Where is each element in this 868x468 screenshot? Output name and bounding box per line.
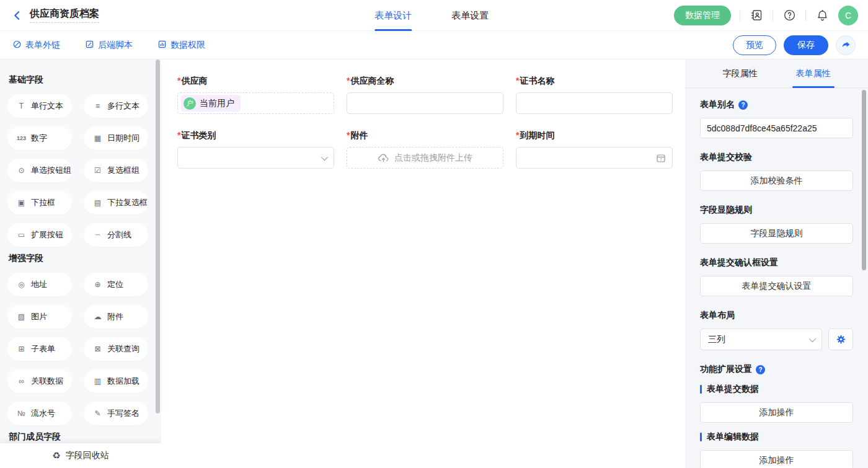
field-item-radio-group[interactable]: ⊙单选按钮组 (7, 159, 72, 182)
form-alias-section: 表单别名 ? (700, 99, 853, 138)
field-item-data-load[interactable]: ▥数据加载 (84, 369, 148, 393)
field-control-date[interactable]: 7 (516, 147, 673, 169)
field-item-subform[interactable]: ⊞子表单 (7, 337, 72, 361)
field-item-divider[interactable]: ┄分割线 (84, 223, 148, 247)
field-item-label: 手写签名 (107, 408, 140, 419)
field-control-input[interactable] (347, 92, 503, 114)
datetime-icon: ▦ (92, 134, 103, 143)
field-group-grid: T单行文本≡多行文本123数字▦日期时间⊙单选按钮组☑复选框组▣下拉框▤下拉复选… (7, 94, 150, 247)
field-item-text-single[interactable]: T单行文本 (7, 94, 72, 118)
data-manage-button[interactable]: 数据管理 (674, 6, 731, 25)
field-item-signature[interactable]: ✎手写签名 (84, 402, 148, 425)
field-item-relation[interactable]: ∞关联数据 (7, 369, 72, 393)
field-item-serial[interactable]: №流水号 (7, 402, 72, 425)
radio-group-icon: ⊙ (16, 166, 27, 175)
sidebar-scrollbar[interactable] (156, 60, 160, 413)
visibility-rules-button[interactable]: 字段显隐规则 (700, 223, 853, 244)
lookup-icon: ⊠ (92, 345, 103, 353)
save-button[interactable]: 保存 (784, 35, 828, 55)
script-icon (85, 40, 94, 51)
tag-label: 当前用户 (200, 98, 234, 109)
field-item-label: 日期时间 (107, 133, 140, 144)
serial-icon: № (16, 409, 27, 418)
tab-form-properties[interactable]: 表单属性 (796, 60, 831, 87)
properties-panel: 字段属性 表单属性 表单别名 ? 表单提交校验 添加校验条件 字段显隐规则 (685, 60, 868, 468)
gear-icon (836, 334, 846, 345)
toolbar-link-link[interactable]: 表单外链 (12, 40, 60, 51)
field-item-attachment[interactable]: ☁附件 (84, 305, 148, 329)
subform-icon: ⊞ (16, 345, 27, 353)
form-layout-section: 表单布局 三列 (700, 310, 853, 350)
upload-placeholder: 点击或拖拽附件上传 (394, 152, 472, 164)
field-visibility-section: 字段显隐规则 字段显隐规则 (700, 205, 853, 244)
group-title: 增强字段 (9, 253, 150, 264)
required-asterisk: * (516, 130, 519, 140)
field-control-tag[interactable]: 户当前用户 (177, 92, 334, 114)
field-item-label: 下拉复选框 (107, 197, 148, 208)
field-control-upload[interactable]: 点击或拖拽附件上传 (347, 147, 503, 169)
notification-bell-icon[interactable] (815, 8, 830, 23)
contacts-icon[interactable] (749, 8, 764, 23)
canvas-field[interactable]: *供应商户当前用户 (177, 76, 334, 114)
edit-data-add-button[interactable]: 添加操作 (700, 450, 853, 468)
toolbar-link-permission[interactable]: 数据权限 (157, 40, 205, 51)
canvas-field[interactable]: *供应商全称 (347, 76, 503, 114)
share-button[interactable] (836, 35, 856, 55)
field-recycle-bin[interactable]: ♻ 字段回收站 (0, 443, 161, 468)
form-alias-input[interactable] (700, 118, 853, 138)
field-item-label: 图片 (31, 311, 47, 322)
form-canvas[interactable]: *供应商户当前用户*供应商全称*证书名称*证书类别*附件点击或拖拽附件上传*到期… (161, 60, 685, 468)
section-label: 字段显隐规则 (700, 205, 752, 216)
section-label: 表单提交校验 (700, 152, 752, 163)
cloud-upload-icon (378, 153, 389, 162)
canvas-field[interactable]: *到期时间7 (516, 130, 673, 169)
text-single-icon: T (16, 102, 27, 110)
submit-confirm-button[interactable]: 表单提交确认设置 (700, 276, 853, 296)
back-button[interactable] (10, 8, 25, 23)
field-item-checkbox-group[interactable]: ☑复选框组 (84, 159, 148, 182)
help-icon[interactable] (782, 8, 797, 23)
field-item-datetime[interactable]: ▦日期时间 (84, 126, 148, 150)
tab-form-settings[interactable]: 表单设置 (451, 0, 489, 31)
field-item-lookup[interactable]: ⊠关联查询 (84, 337, 148, 361)
field-label: *证书类别 (177, 130, 334, 141)
help-badge-icon[interactable]: ? (738, 100, 748, 110)
multi-select-icon: ▤ (92, 198, 103, 207)
tab-field-properties[interactable]: 字段属性 (723, 60, 758, 87)
help-badge-icon[interactable]: ? (756, 365, 765, 374)
field-item-text-multi[interactable]: ≡多行文本 (84, 94, 148, 118)
toolbar-link-script[interactable]: 后端脚本 (85, 40, 133, 51)
recycle-label: 字段回收站 (66, 450, 109, 461)
user-avatar[interactable]: C (838, 6, 858, 25)
field-control-select[interactable] (177, 147, 334, 169)
extend-button-icon: ▭ (16, 231, 27, 239)
field-item-locate[interactable]: ⊕定位 (84, 273, 148, 296)
field-item-label: 扩展按钮 (31, 229, 63, 241)
preview-button[interactable]: 预览 (733, 35, 776, 55)
tab-form-design[interactable]: 表单设计 (374, 0, 412, 31)
submit-data-add-button[interactable]: 添加操作 (700, 402, 853, 423)
submit-validation-section: 表单提交校验 添加校验条件 (700, 152, 853, 191)
layout-label: 表单布局 (700, 310, 735, 321)
layout-settings-button[interactable] (828, 329, 853, 350)
field-item-multi-select[interactable]: ▤下拉复选框 (84, 191, 148, 214)
field-item-address[interactable]: ◎地址 (7, 273, 72, 296)
layout-select[interactable]: 三列 (700, 329, 822, 350)
required-asterisk: * (347, 130, 350, 140)
field-item-number[interactable]: 123数字 (7, 126, 72, 150)
canvas-field[interactable]: *附件点击或拖拽附件上传 (347, 130, 503, 169)
field-item-select[interactable]: ▣下拉框 (7, 191, 72, 214)
field-item-label: 定位 (107, 279, 123, 290)
field-item-image[interactable]: ▧图片 (7, 305, 72, 329)
canvas-field[interactable]: *证书名称 (516, 76, 673, 114)
field-group-grid: ◎地址⊕定位▧图片☁附件⊞子表单⊠关联查询∞关联数据▥数据加载№流水号✎手写签名 (7, 273, 150, 425)
image-icon: ▧ (16, 312, 27, 321)
add-validation-button[interactable]: 添加校验条件 (700, 170, 853, 191)
required-asterisk: * (177, 130, 180, 140)
field-item-extend-button[interactable]: ▭扩展按钮 (7, 223, 72, 247)
page-title[interactable]: 供应商资质档案 (30, 7, 99, 23)
field-control-input[interactable] (516, 92, 673, 114)
panel-scrollbar[interactable] (862, 90, 866, 270)
canvas-field[interactable]: *证书类别 (177, 130, 334, 169)
current-user-tag[interactable]: 户当前用户 (181, 95, 241, 112)
